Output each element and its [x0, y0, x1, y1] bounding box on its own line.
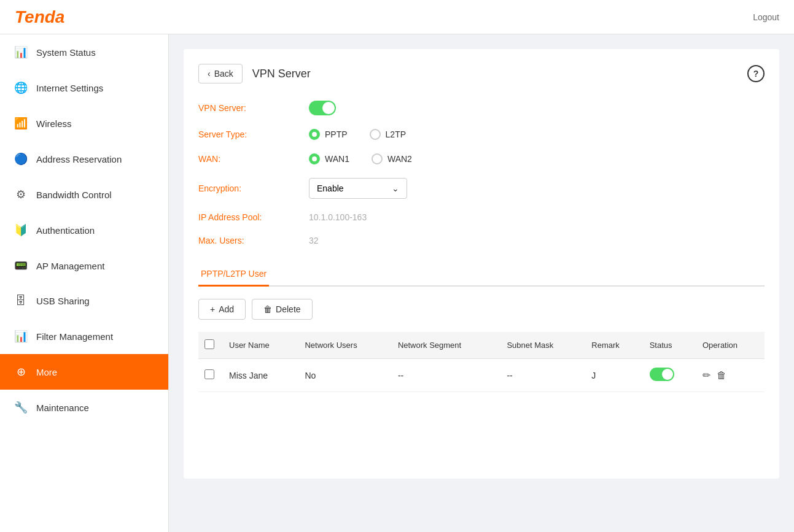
maintenance-label: Maintenance [36, 403, 89, 413]
filter-management-label: Filter Management [36, 331, 113, 342]
chevron-down-icon: ⌄ [392, 183, 399, 193]
edit-icon-0[interactable]: ✏ [703, 369, 710, 381]
ap-management-icon: 📟 [14, 259, 28, 272]
vpn-server-label: VPN Server: [198, 103, 297, 113]
sidebar-item-address-reservation[interactable]: 🔵 Address Reservation [0, 141, 168, 177]
l2tp-label: L2TP [386, 129, 406, 139]
l2tp-radio-group[interactable]: L2TP [370, 129, 406, 140]
app-header: Tenda Logout [0, 0, 794, 34]
sidebar-item-filter-management[interactable]: 📊 Filter Management [0, 318, 168, 354]
maintenance-icon: 🔧 [14, 401, 28, 414]
max-users-value: 32 [309, 236, 319, 245]
filter-management-icon: 📊 [14, 330, 28, 343]
sidebar-item-system-status[interactable]: 📊 System Status [0, 34, 168, 70]
main-layout: 📊 System Status 🌐 Internet Settings 📶 Wi… [0, 34, 794, 532]
add-label: Add [219, 304, 234, 314]
row-checkbox-0[interactable] [204, 369, 214, 379]
bandwidth-control-icon: ⚙ [14, 188, 28, 201]
delete-icon-0[interactable]: 🗑 [717, 370, 726, 381]
app-logo: Tenda [15, 7, 64, 27]
encryption-select-box[interactable]: Enable Disable ⌄ [309, 178, 407, 199]
select-all-checkbox[interactable] [204, 339, 214, 349]
internet-settings-icon: 🌐 [14, 81, 28, 94]
back-arrow-icon: ‹ [208, 69, 211, 79]
wan1-label: WAN1 [325, 154, 349, 164]
sidebar-item-wireless[interactable]: 📶 Wireless [0, 106, 168, 141]
vpn-server-toggle[interactable] [309, 101, 336, 115]
wan2-radio[interactable] [372, 153, 383, 164]
plus-icon: + [210, 304, 215, 314]
th-checkbox [198, 332, 223, 359]
back-button[interactable]: ‹ Back [198, 64, 243, 83]
th-remark: Remark [585, 332, 643, 359]
sidebar-item-ap-management[interactable]: 📟 AP Management [0, 248, 168, 283]
table-body: Miss Jane No -- -- J ✏ 🗑 [198, 359, 765, 392]
wan-row: WAN: WAN1 WAN2 [198, 153, 765, 164]
sidebar-item-more[interactable]: ⊕ More [0, 354, 168, 390]
ap-management-label: AP Management [36, 261, 104, 271]
th-username: User Name [223, 332, 298, 359]
sidebar-item-authentication[interactable]: 🔰 Authentication [0, 212, 168, 248]
wireless-icon: 📶 [14, 117, 28, 130]
address-reservation-icon: 🔵 [14, 152, 28, 166]
vpn-server-row: VPN Server: [198, 101, 765, 115]
th-subnet-mask: Subnet Mask [500, 332, 585, 359]
trash-icon: 🗑 [263, 304, 272, 314]
table-header: User Name Network Users Network Segment … [198, 332, 765, 359]
pptp-label: PPTP [325, 129, 348, 139]
max-users-label: Max. Users: [198, 236, 297, 245]
tab-bar: PPTP/L2TP User [198, 263, 765, 287]
cell-network-segment-0: -- [392, 359, 501, 392]
ip-pool-row: IP Address Pool: 10.1.0.100-163 [198, 212, 765, 222]
usb-sharing-icon: 🗄 [14, 295, 28, 307]
page-header-left: ‹ Back VPN Server [198, 64, 311, 83]
cell-remark-0: J [585, 359, 643, 392]
sidebar-item-internet-settings[interactable]: 🌐 Internet Settings [0, 70, 168, 106]
address-reservation-label: Address Reservation [36, 154, 122, 164]
wan2-radio-group[interactable]: WAN2 [372, 153, 412, 164]
server-type-row: Server Type: PPTP L2TP [198, 129, 765, 140]
content-card: ‹ Back VPN Server ? VPN Server: Server T… [184, 49, 779, 479]
action-buttons: + Add 🗑 Delete [198, 299, 765, 320]
sidebar: 📊 System Status 🌐 Internet Settings 📶 Wi… [0, 34, 169, 532]
th-status: Status [644, 332, 696, 359]
cell-operation-0: ✏ 🗑 [696, 359, 765, 392]
usb-sharing-label: USB Sharing [36, 296, 90, 306]
wan1-radio[interactable] [309, 153, 320, 164]
cell-subnet-mask-0: -- [500, 359, 585, 392]
sidebar-item-usb-sharing[interactable]: 🗄 USB Sharing [0, 283, 168, 318]
wan1-radio-group[interactable]: WAN1 [309, 153, 349, 164]
more-label: More [36, 367, 57, 377]
pptp-radio[interactable] [309, 129, 320, 140]
encryption-value: Enable Disable ⌄ [309, 178, 407, 199]
encryption-label: Encryption: [198, 183, 297, 193]
more-icon: ⊕ [14, 365, 28, 379]
logout-button[interactable]: Logout [753, 12, 779, 22]
l2tp-radio[interactable] [370, 129, 381, 140]
row-status-toggle-0[interactable] [650, 368, 674, 381]
max-users-row: Max. Users: 32 [198, 236, 765, 245]
encryption-row: Encryption: Enable Disable ⌄ [198, 178, 765, 199]
add-button[interactable]: + Add [198, 299, 246, 320]
main-content-area: ‹ Back VPN Server ? VPN Server: Server T… [169, 34, 794, 532]
internet-settings-label: Internet Settings [36, 83, 103, 93]
table-row: Miss Jane No -- -- J ✏ 🗑 [198, 359, 765, 392]
page-title: VPN Server [252, 67, 311, 80]
system-status-icon: 📊 [14, 45, 28, 59]
tab-pptp-l2tp-user[interactable]: PPTP/L2TP User [198, 263, 269, 287]
pptp-radio-group[interactable]: PPTP [309, 129, 348, 140]
users-table: User Name Network Users Network Segment … [198, 332, 765, 392]
th-network-segment: Network Segment [392, 332, 501, 359]
help-icon[interactable]: ? [747, 65, 765, 82]
encryption-select[interactable]: Enable Disable [317, 183, 392, 193]
bandwidth-control-label: Bandwidth Control [36, 190, 112, 200]
ip-pool-label: IP Address Pool: [198, 212, 297, 222]
cell-username-0: Miss Jane [223, 359, 298, 392]
delete-button[interactable]: 🗑 Delete [252, 299, 312, 320]
wireless-label: Wireless [36, 118, 72, 129]
page-header: ‹ Back VPN Server ? [198, 64, 765, 83]
back-label: Back [214, 69, 233, 79]
wan2-label: WAN2 [387, 154, 412, 164]
sidebar-item-bandwidth-control[interactable]: ⚙ Bandwidth Control [0, 177, 168, 212]
sidebar-item-maintenance[interactable]: 🔧 Maintenance [0, 390, 168, 425]
